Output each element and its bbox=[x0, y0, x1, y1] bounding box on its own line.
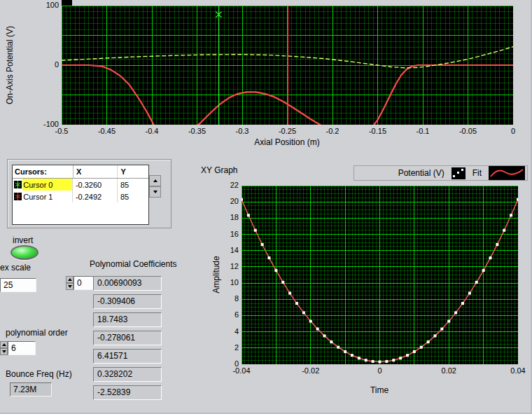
cursor-scroll-down-button[interactable] bbox=[149, 186, 161, 198]
y-tick-label: 100 bbox=[34, 1, 59, 9]
y-tick-label: 12 bbox=[214, 262, 239, 270]
ex-scale-label: ex scale bbox=[0, 263, 31, 272]
y-tick-label: 14 bbox=[214, 246, 239, 254]
y-tick-label: -100 bbox=[34, 120, 59, 128]
y-tick-label: 16 bbox=[214, 230, 239, 238]
coefficient-3: -0.278061 bbox=[93, 331, 162, 345]
x-tick-label: -0.05 bbox=[451, 127, 486, 135]
graph-palette-fragment bbox=[62, 0, 72, 6]
xy-x-axis-label: Time bbox=[370, 385, 388, 395]
cursor-table[interactable]: Cursors: X Y Cursor 0 -0.3260 85 Cursor … bbox=[12, 165, 149, 225]
cursor0-name[interactable]: Cursor 0 bbox=[22, 179, 73, 191]
ex-scale-input[interactable]: 25 bbox=[0, 278, 36, 292]
x-tick-label: -0.02 bbox=[293, 366, 328, 375]
y-tick-label: 10 bbox=[214, 278, 239, 287]
coefficient-index-decrement-button[interactable] bbox=[66, 283, 74, 290]
y-tick-label: 2 bbox=[214, 343, 239, 352]
x-tick-label: -0.2 bbox=[315, 127, 350, 135]
top-graph-y-axis-label: On-Axis Potential (V) bbox=[5, 26, 15, 104]
y-tick-label: 6 bbox=[214, 310, 239, 319]
plot-canvas bbox=[62, 6, 513, 125]
polynomial-order-stepper[interactable] bbox=[0, 341, 8, 355]
coefficient-index-input[interactable]: 0 bbox=[74, 276, 94, 290]
y-tick-label: 8 bbox=[214, 294, 239, 303]
y-tick-label: 4 bbox=[214, 327, 239, 336]
potential-marker-style-icon[interactable] bbox=[451, 167, 465, 179]
coefficient-6: -2.52839 bbox=[93, 385, 162, 400]
polynomial-order-label: polynomial order bbox=[6, 328, 68, 338]
top-graph-x-axis-label: Axial Position (m) bbox=[254, 137, 319, 147]
coefficient-5: 0.328202 bbox=[93, 367, 162, 382]
x-tick-label: -0.25 bbox=[270, 127, 305, 135]
coefficient-index-stepper[interactable] bbox=[66, 276, 74, 290]
xy-graph-plot-legend[interactable]: Potential (V) Fit bbox=[354, 165, 528, 181]
x-tick-label: -0.1 bbox=[405, 127, 440, 135]
y-tick-label: 20 bbox=[214, 197, 239, 205]
y-tick-label: 0 bbox=[214, 359, 239, 368]
x-tick-label: -0.3 bbox=[225, 127, 260, 135]
polynomial-order-decrement-button[interactable] bbox=[0, 348, 8, 355]
x-tick-label: 0 bbox=[496, 127, 531, 135]
fit-line-style-icon[interactable] bbox=[489, 166, 525, 180]
polynomial-coefficients-label: Polynomial Coefficients bbox=[90, 259, 177, 269]
x-tick-label: -0.15 bbox=[360, 127, 396, 135]
cursor0-x-value: -0.3260 bbox=[73, 179, 118, 191]
invert-led-button[interactable] bbox=[10, 245, 38, 260]
x-tick-label: -0.45 bbox=[90, 127, 125, 135]
axial-potential-plot[interactable]: -0.5-0.45-0.4-0.35-0.3-0.25-0.2-0.15-0.1… bbox=[62, 6, 513, 125]
cursor-row-0[interactable]: Cursor 0 -0.3260 85 bbox=[13, 179, 148, 191]
xy-graph-plot[interactable]: -0.04-0.0200.020.040246810121416182022 bbox=[241, 186, 518, 364]
cursor0-y-value: 85 bbox=[118, 179, 148, 191]
cursor-legend: Cursors: X Y Cursor 0 -0.3260 85 Cursor … bbox=[7, 159, 172, 228]
bounce-freq-indicator: 7.23M bbox=[10, 382, 52, 396]
y-tick-label: 0 bbox=[34, 60, 59, 69]
cursor-table-header: Cursors: X Y bbox=[13, 165, 148, 179]
legend-fit-label: Fit bbox=[472, 168, 482, 178]
legend-potential-label: Potential (V) bbox=[398, 168, 444, 178]
cursor1-crosshair-icon bbox=[13, 191, 22, 202]
coefficient-0: 0.00690093 bbox=[93, 276, 162, 291]
plot-canvas bbox=[241, 186, 518, 364]
cursor-row-1[interactable]: Cursor 1 -0.2492 85 bbox=[13, 191, 148, 202]
cursor-header-y: Y bbox=[118, 165, 148, 178]
x-tick-label: -0.4 bbox=[134, 127, 169, 135]
cursor-header-x: X bbox=[74, 165, 118, 178]
coefficient-2: 18.7483 bbox=[93, 312, 162, 327]
cursor1-x-value: -0.2492 bbox=[73, 191, 118, 202]
coefficient-4: 6.41571 bbox=[93, 349, 162, 364]
y-tick-label: 18 bbox=[214, 213, 239, 221]
cursor-header-name: Cursors: bbox=[13, 165, 74, 178]
labview-front-panel: On-Axis Potential (V) -0.5-0.45-0.4-0.35… bbox=[0, 0, 532, 414]
polynomial-order-input[interactable]: 6 bbox=[8, 341, 36, 355]
coefficient-index-increment-button[interactable] bbox=[66, 276, 74, 283]
coefficient-1: -0.309406 bbox=[93, 294, 162, 309]
cursor1-name[interactable]: Cursor 1 bbox=[22, 191, 73, 202]
x-tick-label: 0.02 bbox=[431, 366, 466, 375]
y-tick-label: 22 bbox=[214, 181, 239, 189]
xy-graph-title: XY Graph bbox=[201, 165, 237, 175]
invert-label: invert bbox=[13, 235, 33, 245]
cursor-scroll-up-button[interactable] bbox=[149, 175, 161, 186]
bounce-freq-label: Bounce Freq (Hz) bbox=[6, 369, 72, 379]
x-tick-label: 0 bbox=[363, 366, 398, 375]
x-tick-label: 0.04 bbox=[500, 366, 532, 375]
cursor1-y-value: 85 bbox=[118, 191, 148, 202]
x-tick-label: -0.35 bbox=[180, 127, 215, 135]
polynomial-order-increment-button[interactable] bbox=[0, 341, 8, 348]
cursor0-crosshair-icon bbox=[13, 179, 22, 191]
